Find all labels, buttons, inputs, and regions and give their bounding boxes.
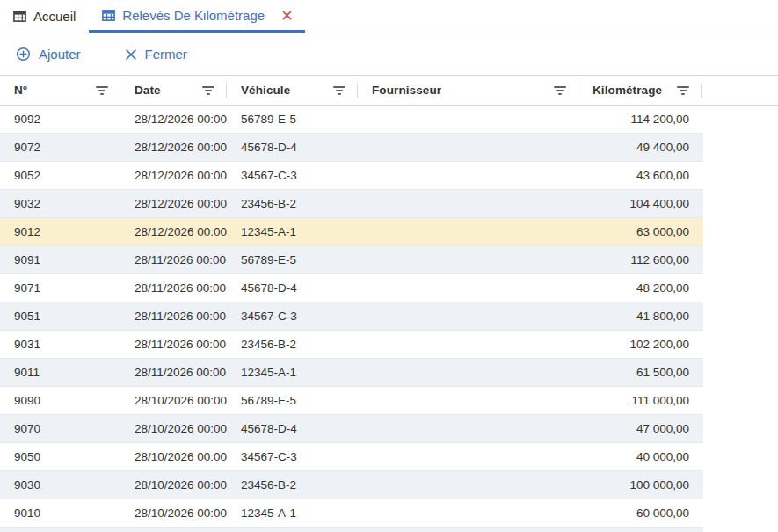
cell-kilometrage: 63 000,00 <box>578 225 702 238</box>
table-row[interactable]: 901028/10/2026 00:0012345-A-160 000,00 <box>0 499 703 528</box>
filter-icon[interactable] <box>676 86 689 95</box>
cell-kilometrage: 102 200,00 <box>578 338 702 351</box>
cell-vehicule: 34567-C-3 <box>227 169 358 182</box>
column-header-vehicule[interactable]: Véhicule <box>227 76 358 105</box>
cell-no: 9092 <box>0 113 120 126</box>
cell-kilometrage: 47 000,00 <box>578 422 702 435</box>
table-row[interactable]: 907228/12/2026 00:0045678-D-449 400,00 <box>0 134 703 162</box>
grid-header: N°DateVéhiculeFournisseurKilométrage <box>0 75 778 106</box>
cell-vehicule: 23456-B-2 <box>227 338 358 351</box>
toolbar: Ajouter Fermer <box>0 33 778 75</box>
cell-kilometrage: 111 000,00 <box>578 394 702 407</box>
add-button-label: Ajouter <box>39 47 81 62</box>
table-row[interactable]: 905028/10/2026 00:0034567-C-340 000,00 <box>0 443 703 471</box>
cell-date: 28/11/2026 00:00 <box>120 253 227 266</box>
table-row[interactable]: 905228/12/2026 00:0034567-C-343 600,00 <box>0 162 703 190</box>
cell-vehicule: 34567-C-3 <box>227 310 358 323</box>
cell-no: 9032 <box>0 197 120 210</box>
cell-date: 28/10/2026 00:00 <box>120 478 227 492</box>
grid-icon <box>13 10 26 23</box>
cell-date: 28/10/2026 00:00 <box>120 506 227 520</box>
cell-kilometrage: 100 000,00 <box>578 478 702 492</box>
table-row[interactable]: 903128/11/2026 00:0023456-B-2102 200,00 <box>0 331 703 359</box>
cell-no: 9010 <box>0 506 120 520</box>
column-label: Kilométrage <box>593 84 662 97</box>
cell-vehicule: 34567-C-3 <box>227 450 358 463</box>
tab-accueil[interactable]: Accueil <box>0 0 89 33</box>
close-icon <box>125 48 137 61</box>
cell-date: 28/12/2026 00:00 <box>120 169 227 182</box>
cell-vehicule: 45678-D-4 <box>227 422 358 435</box>
column-header-fournisseur[interactable]: Fournisseur <box>358 76 578 105</box>
filter-icon[interactable] <box>332 86 345 95</box>
table-row[interactable]: 903028/10/2026 00:0023456-B-2100 000,00 <box>0 471 703 499</box>
cell-date: 28/12/2026 00:00 <box>120 225 227 238</box>
column-header-kilometrage[interactable]: Kilométrage <box>578 76 702 105</box>
cell-vehicule: 56789-E-5 <box>227 394 358 407</box>
cell-date: 28/12/2026 00:00 <box>120 197 227 210</box>
cell-no: 9071 <box>0 281 120 295</box>
column-label: Véhicule <box>241 84 290 97</box>
cell-date: 28/10/2026 00:00 <box>120 450 227 463</box>
close-button[interactable]: Fermer <box>118 43 194 65</box>
table-row[interactable]: 907028/10/2026 00:0045678-D-447 000,00 <box>0 415 703 443</box>
filter-icon[interactable] <box>95 86 108 95</box>
column-label: Date <box>135 84 161 97</box>
cell-kilometrage: 43 600,00 <box>578 169 702 182</box>
table-row[interactable]: 909028/10/2026 00:0056789-E-5111 000,00 <box>0 387 703 415</box>
cell-date: 28/12/2026 00:00 <box>120 141 227 154</box>
cell-kilometrage: 112 600,00 <box>578 253 702 266</box>
cell-vehicule: 45678-D-4 <box>227 141 358 154</box>
cell-no: 9011 <box>0 366 120 379</box>
add-button[interactable]: Ajouter <box>9 43 88 65</box>
cell-no: 9050 <box>0 450 120 463</box>
cell-kilometrage: 41 800,00 <box>578 310 702 323</box>
tab-label: Relevés De Kilométrage <box>122 8 265 23</box>
table-row[interactable]: 901128/11/2026 00:0012345-A-161 500,00 <box>0 359 703 387</box>
grid-icon <box>102 9 115 22</box>
cell-kilometrage: 48 200,00 <box>578 281 702 295</box>
plus-circle-icon <box>16 47 31 62</box>
cell-no: 9031 <box>0 338 120 351</box>
cell-no: 9052 <box>0 169 120 182</box>
cell-date: 28/10/2026 00:00 <box>120 394 227 407</box>
partial-next-row <box>0 528 703 532</box>
cell-vehicule: 56789-E-5 <box>227 253 358 266</box>
table-row[interactable]: 903228/12/2026 00:0023456-B-2104 400,00 <box>0 190 703 218</box>
grid-body: 909228/12/2026 00:0056789-E-5114 200,009… <box>0 106 778 528</box>
table-row[interactable]: 905128/11/2026 00:0034567-C-341 800,00 <box>0 302 703 331</box>
cell-date: 28/11/2026 00:00 <box>120 366 227 379</box>
close-button-label: Fermer <box>145 47 187 62</box>
filter-icon[interactable] <box>201 86 214 95</box>
cell-date: 28/11/2026 00:00 <box>120 310 227 323</box>
table-row[interactable]: 907128/11/2026 00:0045678-D-448 200,00 <box>0 274 703 302</box>
data-grid: N°DateVéhiculeFournisseurKilométrage 909… <box>0 75 778 532</box>
cell-vehicule: 12345-A-1 <box>227 366 358 379</box>
column-label: Fournisseur <box>372 84 441 97</box>
cell-kilometrage: 104 400,00 <box>578 197 702 210</box>
tab-bar: Accueil Relevés De Kilométrage <box>0 0 778 33</box>
cell-date: 28/11/2026 00:00 <box>120 281 227 295</box>
cell-date: 28/12/2026 00:00 <box>120 113 227 126</box>
cell-kilometrage: 40 000,00 <box>578 450 702 463</box>
cell-vehicule: 45678-D-4 <box>227 281 358 295</box>
cell-vehicule: 56789-E-5 <box>227 113 358 126</box>
cell-no: 9030 <box>0 478 120 492</box>
column-header-no[interactable]: N° <box>0 76 120 105</box>
table-row[interactable]: 909128/11/2026 00:0056789-E-5112 600,00 <box>0 246 703 274</box>
table-row-selected[interactable]: 901228/12/2026 00:0012345-A-163 000,00 <box>0 218 703 246</box>
cell-date: 28/11/2026 00:00 <box>120 338 227 351</box>
column-header-date[interactable]: Date <box>120 76 227 105</box>
close-icon[interactable] <box>282 11 292 20</box>
tab-label: Accueil <box>33 9 76 24</box>
column-divider <box>701 83 702 98</box>
table-row[interactable]: 909228/12/2026 00:0056789-E-5114 200,00 <box>0 106 703 134</box>
cell-no: 9072 <box>0 141 120 154</box>
cell-kilometrage: 114 200,00 <box>578 113 702 126</box>
tab-releves-de-kilometrage[interactable]: Relevés De Kilométrage <box>89 0 305 33</box>
filter-icon[interactable] <box>553 86 566 95</box>
column-label: N° <box>14 84 27 97</box>
cell-kilometrage: 60 000,00 <box>578 506 702 520</box>
cell-no: 9070 <box>0 422 120 435</box>
cell-vehicule: 12345-A-1 <box>227 506 358 520</box>
